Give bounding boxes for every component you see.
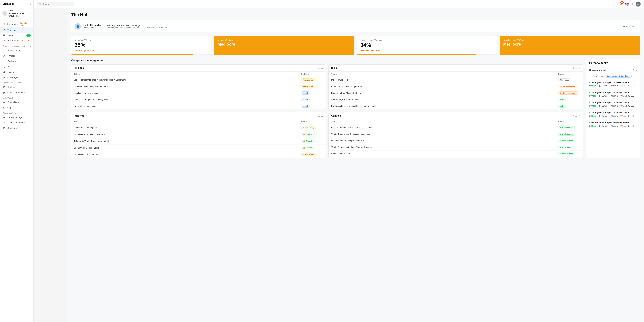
sidebar-item-capabilities[interactable]: ◈ Capabilities [0,100,33,105]
section-meta-model[interactable]: Meta Model ∧ [0,95,33,100]
findings-col-title[interactable]: Title ⌄ [74,73,301,75]
section-meta-label: Meta Model [3,97,13,99]
sidebar-item-vuca-score[interactable]: ○ VUCA Score 35% | 34% [0,38,33,44]
controls-card-header: Controls + ☰ ∧ [328,112,583,119]
task-priority-2: ↑ Medium [610,95,618,97]
language-selector[interactable]: 🇬🇧 [625,2,629,6]
tenant-level-label: Tenant-specific VUCA Level [503,39,636,41]
incidents-collapse-icon[interactable]: ∧ [321,114,323,117]
person-icon: 👤 [598,95,601,97]
risk-title-3: Data Breach via Affiliate Partners [331,92,558,94]
search-input[interactable] [43,3,72,5]
upcoming-list-icon[interactable]: ☰ [632,69,634,71]
priority-arrow-icon: ↑ [610,115,610,117]
controls-title-sort-icon: ⌄ [336,121,337,123]
sidebar-item-tenant-settings[interactable]: ⊞ Tenant settings [0,115,33,120]
risks-add-icon[interactable]: + [573,67,574,69]
tenant-score-progress-bar [357,54,497,55]
tenant-level-value: Mediocre [503,42,636,47]
official-score-progress-bar [71,54,211,55]
sidebar-item-user-management[interactable]: ≡ User Management [0,120,33,125]
section-control-management[interactable]: Control Management ∧ [0,80,33,85]
sidebar-item-controls[interactable]: ⊞ Controls [0,85,33,90]
finding-title-1: Vendor compliance gaps in security and r… [74,79,301,81]
risks-list-icon[interactable]: ☰ [575,67,578,69]
sidebar-label-challenges: Challenges [8,76,18,79]
status-badge: 🔒 Closed [301,133,314,136]
table-row: Mandatory Vendor Security Training Progr… [328,124,583,131]
controls-icon: ⊞ [3,86,6,89]
findings-table-header: Title ⌄ Status ⌄ [71,72,326,77]
incidents-col-status[interactable]: Status ⌄ [301,121,323,123]
incident-status-2: 🔒 Closed [301,133,323,136]
risks-col-title[interactable]: Title ⌄ [331,73,558,75]
priority-arrow-icon: ↑ [610,105,610,107]
sidebar-item-risks[interactable]: ◇ Risks [0,64,33,69]
sidebar-item-onboarding[interactable]: ◎ Onboarding Complete now [0,21,33,27]
controls-col-status[interactable]: Status ⌄ [558,121,580,123]
task-owner-1: 👤 Owner [598,85,608,87]
findings-card: Findings + ☰ ∧ Title ⌄ Status [71,65,326,109]
sidebar-item-requirements[interactable]: ⚖ Requirements [0,48,33,53]
collapse-sidebar-button[interactable]: ‹ [30,3,31,5]
sidebar-item-control-objectives[interactable]: ▣ Control Objectives [0,90,33,95]
controls-collapse-icon[interactable]: ∧ [578,114,580,117]
findings-collapse-icon[interactable]: ∧ [321,67,323,69]
controls-add-icon[interactable]: + [573,114,574,117]
incidents-list-icon[interactable]: ☰ [318,114,320,117]
table-row: Unauthorized Software Push ⚠ Remedying [71,151,326,158]
sidebar-item-challenges[interactable]: ◈ Challenges [0,75,33,80]
filter-tag-close-icon[interactable]: × [629,75,630,77]
status-badge: 🔒 Closed [301,146,314,149]
sidebar-label-threats: Threats [8,55,15,57]
filter-bar-close-icon[interactable]: × [636,75,637,77]
calendar-icon: 📅 [620,95,623,97]
table-row: Inadequate Support Ticket Encryption Ini… [71,96,326,103]
onboarding-badge: Complete now [20,22,31,26]
findings-list-icon[interactable]: ☰ [318,67,320,69]
add-button[interactable]: + [632,2,633,6]
risks-collapse-icon[interactable]: ∧ [578,67,580,69]
control-title-4: Vendor Subcontractor Due Diligence Proce… [331,146,558,148]
incidents-add-icon[interactable]: + [316,114,317,117]
task-title-5: Challenge slot is open for assessment [589,121,637,124]
sidebar-item-findings[interactable]: ▽ Findings [0,59,33,64]
notifications-button[interactable]: 🔔 60 [619,2,622,6]
risks-icon: ◇ [3,65,6,68]
risks-table: Insider Trading Risk Monitored Miscommun… [328,77,583,109]
findings-col-status[interactable]: Status ⌄ [301,73,323,75]
sign-out-button[interactable]: ↪ Sign out [620,24,636,29]
user-avatar[interactable]: A [636,2,641,7]
sidebar-item-threats[interactable]: ⚠ Threats [0,53,33,59]
filter-tag[interactable]: Status: Open & Overdue × [605,75,632,78]
controls-card: Controls + ☰ ∧ Title ⌄ Status [328,112,583,158]
official-score-sub: Mediocre (max. 40%) [75,50,208,52]
upcoming-add-icon[interactable]: + [630,69,632,71]
open-status-dot [589,85,590,87]
task-date-1: 📅 Aug 31, 2024 [620,85,635,87]
controls-col-title[interactable]: Title ⌄ [331,121,558,123]
section-compliance-management[interactable]: Compliance Management ∧ [0,44,33,48]
upcoming-collapse-icon[interactable]: ∧ [636,69,637,71]
welcome-banner: 👤 Hello Alexander Welcome back! You are … [71,20,640,33]
finding-status-4: Initial [301,98,323,101]
risk-title-4: Ad Campaign Misinterpretation [331,98,558,101]
sidebar-item-incidents[interactable]: ◉ Incidents [0,69,33,75]
sign-out-label: Sign out [626,25,634,28]
section-administration[interactable]: Administration ∧ [0,110,33,115]
risks-col-status[interactable]: Status ⌄ [558,73,580,75]
sidebar-item-tasks[interactable]: ☰ Tasks 14 [0,33,33,38]
incidents-table-header: Title ⌄ Status ⌄ [71,119,326,124]
controls-list-icon[interactable]: ☰ [575,114,578,117]
tenant-vuca-score-card: Tenant-specific VUCA Score 34% Mediocre … [357,36,497,55]
incidents-col-title[interactable]: Title ⌄ [74,121,301,123]
tenant-selector[interactable]: S SaaS Superstructures Group, Inc. ∨ [0,8,33,19]
search-box[interactable]: 🔍 [37,2,74,6]
sidebar-item-objects[interactable]: ⊟ Objects [0,105,33,110]
findings-add-icon[interactable]: + [316,67,317,69]
risk-status-4: Valid [558,98,580,101]
sidebar-item-structures[interactable]: ⊟ Structures [0,125,33,131]
sidebar-item-the-hub[interactable]: ⊕ The Hub [0,27,33,33]
task-title-2: Challenge slot is open for assessment [589,91,637,94]
control-status-4: ● Implemented [558,146,580,149]
